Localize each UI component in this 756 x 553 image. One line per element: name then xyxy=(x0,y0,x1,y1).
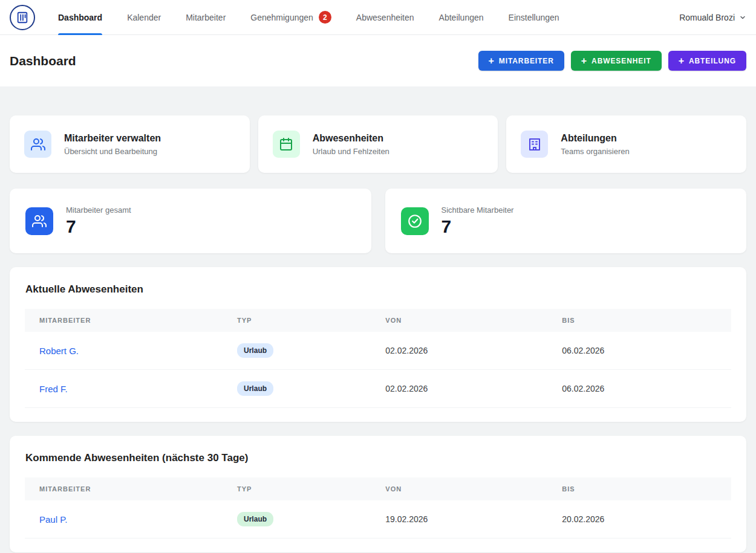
absence-type-badge: Urlaub xyxy=(237,512,273,526)
table-row: Paul P. Urlaub 19.02.2026 20.02.2026 xyxy=(25,500,731,538)
users-icon xyxy=(24,131,51,158)
nav-item-label: Genehmigungen xyxy=(250,13,313,22)
table-row: Fred F. Urlaub 02.02.2026 06.02.2026 xyxy=(25,370,731,408)
button-label: ABTEILUNG xyxy=(689,57,736,65)
button-label: ABWESENHEIT xyxy=(591,57,651,65)
nav-item-einstellungen[interactable]: Einstellungen xyxy=(509,0,559,35)
user-name: Romuald Brozi xyxy=(679,13,735,22)
stat-label: Sichtbare Mitarbeiter xyxy=(442,205,514,215)
nav-item-abteilungen[interactable]: Abteilungen xyxy=(439,0,484,35)
add-abteilung-button[interactable]: + ABTEILUNG xyxy=(668,51,746,71)
stat-label: Mitarbeiter gesamt xyxy=(66,205,131,215)
main-content: Mitarbeiter verwalten Übersicht und Bear… xyxy=(0,86,756,553)
section-title: Aktuelle Abwesenheiten xyxy=(25,283,731,296)
column-header-von: VON xyxy=(371,477,547,500)
nav-item-label: Einstellungen xyxy=(509,13,559,22)
plus-icon: + xyxy=(679,56,685,66)
main-nav: Dashboard Kalender Mitarbeiter Genehmigu… xyxy=(58,0,584,35)
stat-card-text: Mitarbeiter gesamt 7 xyxy=(66,205,131,236)
absence-type-badge: Urlaub xyxy=(237,381,273,396)
check-circle-icon xyxy=(401,207,429,235)
nav-item-label: Kalender xyxy=(127,13,161,22)
plus-icon: + xyxy=(489,56,495,66)
quick-card-mitarbeiter[interactable]: Mitarbeiter verwalten Übersicht und Bear… xyxy=(10,115,250,173)
column-header-bis: BIS xyxy=(547,477,731,500)
employee-link[interactable]: Fred F. xyxy=(39,384,68,394)
quick-cards-row: Mitarbeiter verwalten Übersicht und Bear… xyxy=(10,115,746,173)
quick-card-subtitle: Urlaub und Fehlzeiten xyxy=(313,147,389,156)
upcoming-absences-card: Kommende Abwesenheiten (nächste 30 Tage)… xyxy=(10,436,746,552)
header-action-buttons: + MITARBEITER + ABWESENHEIT + ABTEILUNG xyxy=(478,51,746,71)
date-from: 02.02.2026 xyxy=(385,384,428,393)
stat-card-text: Sichtbare Mitarbeiter 7 xyxy=(442,205,514,236)
quick-card-title: Mitarbeiter verwalten xyxy=(64,133,161,144)
nav-item-mitarbeiter[interactable]: Mitarbeiter xyxy=(186,0,226,35)
current-absences-card: Aktuelle Abwesenheiten MITARBEITER TYP V… xyxy=(10,267,746,422)
table-header-row: MITARBEITER TYP VON BIS xyxy=(25,309,731,332)
employee-link[interactable]: Robert G. xyxy=(39,346,79,356)
cell-typ: Urlaub xyxy=(223,332,371,370)
organizer-logo-icon xyxy=(16,11,29,24)
section-title: Kommende Abwesenheiten (nächste 30 Tage) xyxy=(25,452,731,464)
quick-card-subtitle: Übersicht und Bearbeitung xyxy=(64,147,161,156)
employee-link[interactable]: Paul P. xyxy=(39,514,67,525)
app-logo[interactable] xyxy=(10,5,35,30)
absence-type-badge: Urlaub xyxy=(237,343,273,358)
chevron-down-icon xyxy=(739,14,746,21)
stat-value: 7 xyxy=(442,216,514,236)
quick-card-text: Mitarbeiter verwalten Übersicht und Bear… xyxy=(64,133,161,156)
date-to: 06.02.2026 xyxy=(562,346,604,355)
nav-item-kalender[interactable]: Kalender xyxy=(127,0,161,35)
cell-typ: Urlaub xyxy=(223,370,371,408)
add-mitarbeiter-button[interactable]: + MITARBEITER xyxy=(478,51,564,71)
nav-item-label: Mitarbeiter xyxy=(186,13,226,22)
column-header-bis: BIS xyxy=(547,309,731,332)
date-to: 06.02.2026 xyxy=(562,384,604,393)
cell-von: 19.02.2026 xyxy=(371,500,547,538)
date-from: 02.02.2026 xyxy=(385,346,428,355)
nav-item-dashboard[interactable]: Dashboard xyxy=(58,0,102,35)
quick-card-text: Abteilungen Teams organisieren xyxy=(561,133,629,156)
quick-card-title: Abteilungen xyxy=(561,133,629,144)
cell-typ: Urlaub xyxy=(223,500,371,538)
quick-card-title: Abwesenheiten xyxy=(313,133,389,144)
nav-item-label: Dashboard xyxy=(58,13,102,22)
current-absences-table: MITARBEITER TYP VON BIS Robert G. Urlaub… xyxy=(25,309,731,408)
stat-card-sichtbare-mitarbeiter: Sichtbare Mitarbeiter 7 xyxy=(385,189,747,253)
quick-card-text: Abwesenheiten Urlaub und Fehlzeiten xyxy=(313,133,389,156)
stat-card-mitarbeiter-gesamt: Mitarbeiter gesamt 7 xyxy=(10,189,371,253)
column-header-mitarbeiter: MITARBEITER xyxy=(25,477,223,500)
column-header-von: VON xyxy=(371,309,547,332)
add-abwesenheit-button[interactable]: + ABWESENHEIT xyxy=(571,51,662,71)
user-menu[interactable]: Romuald Brozi xyxy=(679,13,746,22)
quick-card-abteilungen[interactable]: Abteilungen Teams organisieren xyxy=(506,115,746,173)
cell-mitarbeiter: Fred F. xyxy=(25,370,223,408)
column-header-mitarbeiter: MITARBEITER xyxy=(25,309,223,332)
plus-icon: + xyxy=(581,56,587,66)
table-header-row: MITARBEITER TYP VON BIS xyxy=(25,477,731,500)
cell-mitarbeiter: Paul P. xyxy=(25,500,223,538)
date-from: 19.02.2026 xyxy=(385,514,428,524)
nav-item-genehmigungen[interactable]: Genehmigungen 2 xyxy=(250,0,331,35)
date-to: 20.02.2026 xyxy=(562,514,604,524)
button-label: MITARBEITER xyxy=(499,57,554,65)
cell-bis: 06.02.2026 xyxy=(547,370,731,408)
quick-card-subtitle: Teams organisieren xyxy=(561,147,629,156)
stat-value: 7 xyxy=(66,216,131,236)
nav-item-abwesenheiten[interactable]: Abwesenheiten xyxy=(356,0,414,35)
calendar-icon xyxy=(273,131,300,158)
cell-bis: 06.02.2026 xyxy=(547,332,731,370)
cell-mitarbeiter: Robert G. xyxy=(25,332,223,370)
stat-cards-row: Mitarbeiter gesamt 7 Sichtbare Mitarbeit… xyxy=(10,189,746,253)
users-icon xyxy=(25,207,53,235)
quick-card-abwesenheiten[interactable]: Abwesenheiten Urlaub und Fehlzeiten xyxy=(258,115,498,173)
top-navigation-bar: Dashboard Kalender Mitarbeiter Genehmigu… xyxy=(0,0,756,35)
table-row: Robert G. Urlaub 02.02.2026 06.02.2026 xyxy=(25,332,731,370)
cell-von: 02.02.2026 xyxy=(371,332,547,370)
nav-item-label: Abwesenheiten xyxy=(356,13,414,22)
page-title: Dashboard xyxy=(10,54,76,68)
cell-von: 02.02.2026 xyxy=(371,370,547,408)
cell-bis: 20.02.2026 xyxy=(547,500,731,538)
nav-item-label: Abteilungen xyxy=(439,13,484,22)
column-header-typ: TYP xyxy=(223,309,371,332)
